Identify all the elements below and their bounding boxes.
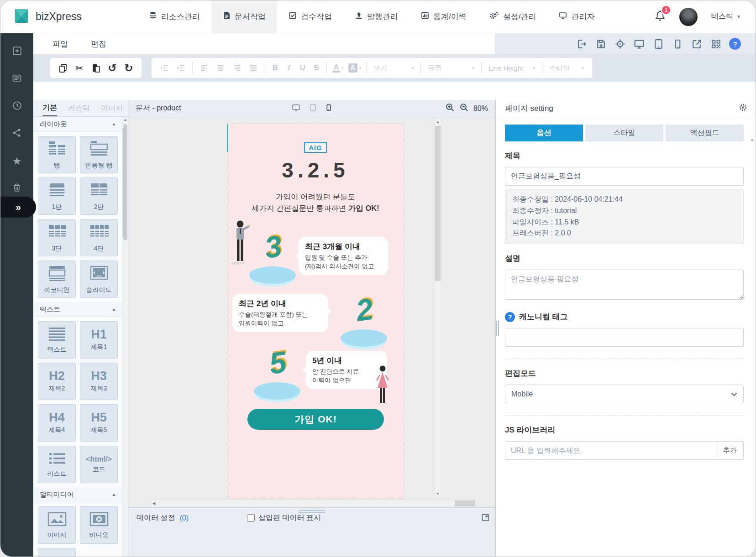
trash-button[interactable]: [8, 179, 26, 198]
tile-h2[interactable]: H2 제목2: [38, 363, 76, 400]
indent-button[interactable]: [173, 60, 189, 76]
show-inserted-data-checkbox[interactable]: [247, 514, 255, 522]
highlight-color-button[interactable]: A▾: [346, 60, 363, 76]
tile-1col[interactable]: 1단: [38, 177, 76, 215]
tile-text[interactable]: 텍스트: [38, 321, 76, 359]
outdent-button[interactable]: [156, 60, 173, 76]
favorites-button[interactable]: ★: [8, 152, 26, 170]
align-left-button[interactable]: [196, 60, 212, 76]
tile-list[interactable]: 리스트: [38, 446, 76, 483]
js-library-url-input[interactable]: [505, 441, 716, 460]
nav-item-settings[interactable]: 설정/관리: [478, 0, 548, 33]
help-button[interactable]: ?: [725, 38, 745, 50]
tile-3col[interactable]: 3단: [38, 219, 76, 256]
user-avatar[interactable]: [679, 8, 698, 26]
tab-image[interactable]: 이미지: [101, 100, 123, 116]
tab-basic[interactable]: 기본: [42, 100, 57, 116]
tablet-view-button[interactable]: [309, 103, 317, 114]
add-library-button[interactable]: 추가: [716, 441, 744, 460]
expand-panel-button[interactable]: [481, 513, 490, 524]
scrollbar-thumb[interactable]: [123, 124, 127, 240]
tile-image[interactable]: 이미지: [38, 506, 76, 544]
panel-drag-handle[interactable]: [299, 509, 325, 514]
zoom-out-button[interactable]: [459, 103, 469, 114]
canvas-horizontal-scrollbar[interactable]: ◀ ▶: [150, 500, 475, 507]
bold-button[interactable]: B: [268, 63, 282, 73]
section-layout[interactable]: 레이아웃▲: [33, 117, 122, 132]
add-component-button[interactable]: [8, 42, 26, 61]
nav-item-publish[interactable]: 발행관리: [343, 0, 410, 33]
copy-button[interactable]: [55, 60, 71, 76]
scrollbar-thumb[interactable]: [455, 500, 475, 506]
menu-file[interactable]: 파일: [52, 39, 68, 49]
align-right-button[interactable]: [229, 60, 245, 76]
notifications-button[interactable]: 1: [655, 10, 666, 24]
tile-accordion[interactable]: 아코디언: [38, 260, 76, 298]
tile-h3[interactable]: H3 제목3: [80, 363, 118, 400]
scrollbar-thumb[interactable]: [435, 126, 441, 281]
mobile-preview-button[interactable]: [668, 38, 687, 50]
scroll-up-arrow[interactable]: ▲: [123, 117, 128, 123]
qr-code-button[interactable]: [706, 38, 725, 50]
font-family-dropdown[interactable]: 글꼴▾: [424, 64, 478, 73]
scroll-left-arrow[interactable]: ◀: [152, 500, 155, 507]
tile-responsive-tab[interactable]: 반응형 탭: [80, 136, 118, 173]
scroll-down-arrow[interactable]: ▼: [435, 490, 441, 497]
data-count[interactable]: (0): [179, 514, 189, 522]
help-question-icon[interactable]: ?: [505, 312, 515, 322]
align-justify-button[interactable]: [245, 60, 262, 76]
text-color-button[interactable]: A▾: [330, 60, 346, 76]
user-menu[interactable]: 테스터 ▼: [711, 12, 741, 21]
nav-item-review[interactable]: 검수작업: [277, 0, 343, 33]
tab-action-fields[interactable]: 액션필드: [666, 125, 744, 141]
tile-video[interactable]: 비디오: [80, 506, 118, 544]
tile-4col[interactable]: 4단: [80, 219, 118, 256]
tile-tab[interactable]: 탭: [38, 136, 76, 173]
canonical-tag-input[interactable]: [505, 328, 744, 347]
collapse-sidebar-button[interactable]: »: [0, 197, 36, 218]
section-text[interactable]: 텍스트▲: [33, 302, 122, 317]
line-height-dropdown[interactable]: Line Height▾: [485, 64, 539, 72]
title-input[interactable]: [505, 167, 744, 186]
canvas-area[interactable]: AIG 3.2.5 가입이 어려웠던 분들도 세가지 간편질문만 통과하면 가입…: [128, 117, 495, 507]
exit-button[interactable]: [572, 38, 591, 50]
edit-mode-select[interactable]: Mobile: [505, 385, 744, 403]
data-settings-label[interactable]: 데이터 설정: [136, 513, 175, 523]
font-size-dropdown[interactable]: 크기▾: [370, 64, 417, 73]
document-preview[interactable]: AIG 3.2.5 가입이 어려웠던 분들도 세가지 간편질문만 통과하면 가입…: [227, 124, 404, 499]
desktop-view-button[interactable]: [291, 103, 301, 114]
menu-edit[interactable]: 편집: [91, 39, 106, 49]
section-multimedia[interactable]: 멀티미디어▲: [33, 487, 122, 502]
tile-slide[interactable]: 슬라이드: [80, 260, 118, 298]
style-dropdown[interactable]: 스타일▾: [546, 64, 588, 73]
scroll-up-arrow[interactable]: ▲: [750, 137, 754, 142]
nav-item-statistics[interactable]: 통계/이력: [410, 0, 478, 33]
paste-button[interactable]: [88, 60, 104, 76]
cut-button[interactable]: ✂: [71, 60, 88, 76]
tab-style[interactable]: 스타일: [585, 125, 663, 141]
tab-options[interactable]: 옵션: [505, 125, 583, 141]
mobile-view-button[interactable]: [325, 103, 332, 114]
align-center-button[interactable]: [212, 60, 229, 76]
canvas-vertical-scrollbar[interactable]: ▲ ▼: [434, 118, 441, 498]
nav-item-resource[interactable]: 리소스관리: [137, 0, 211, 33]
signup-ok-button[interactable]: 가입 OK!: [247, 409, 384, 430]
tile-h4[interactable]: H4 제목4: [38, 404, 76, 442]
target-position-button[interactable]: [610, 38, 630, 50]
tile-2col[interactable]: 2단: [80, 177, 118, 215]
underline-button[interactable]: U: [296, 63, 310, 73]
redo-button[interactable]: ↻: [121, 60, 137, 76]
tile-code[interactable]: <html/> 코드: [80, 446, 118, 483]
nav-item-document-work[interactable]: 문서작업: [211, 0, 277, 33]
undo-button[interactable]: ↺: [104, 60, 121, 76]
history-button[interactable]: [8, 97, 26, 115]
tablet-preview-button[interactable]: [649, 38, 668, 50]
italic-button[interactable]: I: [282, 63, 296, 73]
zoom-in-button[interactable]: [445, 103, 455, 114]
tab-custom[interactable]: 커스텀: [68, 100, 90, 116]
tile-h5[interactable]: H5 제목5: [80, 404, 118, 442]
brand[interactable]: bizXpress: [0, 0, 137, 33]
strikethrough-button[interactable]: S: [310, 63, 323, 73]
description-textarea[interactable]: 연금보험상품 필요성: [505, 270, 744, 300]
desktop-preview-button[interactable]: [630, 38, 649, 50]
